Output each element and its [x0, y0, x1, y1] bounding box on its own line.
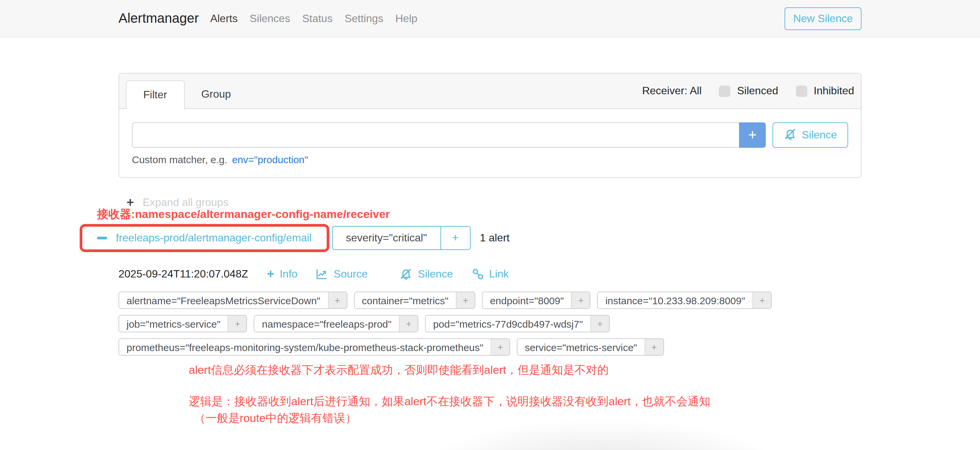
annotation-highlight-box: freeleaps-prod/alertmanager-config/email: [80, 224, 329, 252]
navbar: Alertmanager Alerts Silences Status Sett…: [0, 0, 980, 38]
alert-labels: alertname="FreeleapsMetricsServiceDown" …: [118, 292, 862, 356]
nav-item-settings[interactable]: Settings: [345, 13, 383, 24]
alertmanager-app: Alertmanager Alerts Silences Status Sett…: [0, 0, 980, 450]
receiver-group-row: freeleaps-prod/alertmanager-config/email…: [80, 224, 862, 252]
alert-label-button[interactable]: alertname="FreeleapsMetricsServiceDown": [119, 292, 328, 308]
alert-label-chip: pod="metrics-77d9cdb497-wdsj7" +: [425, 315, 609, 332]
group-filter-label: severity="critical": [332, 227, 441, 249]
alert-timestamp: 2025-09-24T11:20:07.048Z: [118, 268, 248, 280]
expand-all-plus-icon[interactable]: +: [127, 196, 134, 209]
annotation-note-3: （一般是route中的逻辑有错误）: [194, 411, 862, 426]
alert-label-button[interactable]: instance="10.233.98.209:8009": [598, 292, 753, 308]
tab-group[interactable]: Group: [185, 80, 248, 108]
link-icon: [472, 268, 484, 280]
alert-label-button[interactable]: container="metrics": [355, 292, 456, 308]
matcher-input[interactable]: [132, 122, 739, 148]
app-brand[interactable]: Alertmanager: [118, 11, 199, 26]
alert-permalink[interactable]: Link: [472, 268, 509, 280]
alert-link-label: Link: [489, 268, 509, 280]
receiver-filter-dropdown[interactable]: Receiver: All: [642, 85, 702, 97]
inhibited-label: Inhibited: [814, 85, 854, 97]
nav-item-help[interactable]: Help: [395, 13, 417, 24]
silence-filter-label: Silence: [802, 129, 837, 141]
label-filter-add-button[interactable]: +: [752, 292, 771, 308]
alert-label-button[interactable]: job="metrics-service": [119, 315, 228, 332]
annotation-note-2: 逻辑是：接收器收到alert后进行通知，如果alert不在接收器下，说明接收器没…: [189, 395, 862, 409]
label-filter-add-button[interactable]: +: [644, 339, 663, 355]
plus-icon: +: [267, 268, 274, 280]
nav-item-silences[interactable]: Silences: [250, 13, 290, 24]
navbar-inner: Alertmanager Alerts Silences Status Sett…: [108, 0, 872, 37]
add-matcher-button[interactable]: +: [739, 122, 766, 148]
label-filter-add-button[interactable]: +: [228, 315, 247, 332]
filter-card: Filter Group Receiver: All Silenced Inhi…: [118, 73, 862, 178]
label-filter-add-button[interactable]: +: [571, 292, 590, 308]
main-content: Filter Group Receiver: All Silenced Inhi…: [108, 73, 872, 426]
alert-label-chip: container="metrics" +: [354, 292, 475, 309]
label-filter-add-button[interactable]: +: [590, 315, 609, 332]
alert-info-toggle[interactable]: + Info: [267, 268, 298, 280]
silenced-checkbox[interactable]: [719, 85, 730, 97]
label-filter-add-button[interactable]: +: [399, 315, 418, 332]
alert-silence-label: Silence: [418, 268, 453, 280]
alert-label-chip: service="metrics-service" +: [517, 338, 664, 356]
receiver-group-button[interactable]: freeleaps-prod/alertmanager-config/email: [82, 227, 326, 249]
alert-label-chip: alertname="FreeleapsMetricsServiceDown" …: [118, 292, 347, 309]
matcher-input-group: + Silence: [132, 122, 848, 148]
new-silence-button[interactable]: New Silence: [784, 7, 862, 30]
custom-matcher-example-link[interactable]: env="production": [232, 154, 308, 165]
alert-label-chip: prometheus="freeleaps-monitoring-system/…: [118, 338, 510, 356]
alert-silence-link[interactable]: Silence: [399, 268, 453, 280]
group-filter-add-button[interactable]: +: [441, 227, 470, 249]
expand-all-groups-label[interactable]: Expand all groups: [143, 196, 228, 208]
label-filter-add-button[interactable]: +: [491, 339, 509, 355]
chart-icon: [316, 268, 328, 280]
alert-source-link[interactable]: Source: [316, 268, 368, 280]
alert-label-chip: namespace="freeleaps-prod" +: [254, 315, 418, 332]
silenced-label: Silenced: [737, 85, 778, 97]
silenced-filter-toggle[interactable]: Silenced: [719, 85, 778, 97]
annotation-receiver-note: 接收器:namespace/altermanager-config-name/r…: [97, 207, 390, 222]
bell-slash-icon: [399, 268, 412, 280]
nav-item-alerts[interactable]: Alerts: [210, 13, 238, 24]
tab-filter[interactable]: Filter: [126, 80, 185, 109]
alert-meta-row: 2025-09-24T11:20:07.048Z + Info Source: [118, 268, 862, 280]
custom-matcher-hint: Custom matcher, e.g.: [132, 154, 227, 165]
receiver-group-label: freeleaps-prod/alertmanager-config/email: [116, 232, 312, 244]
label-filter-add-button[interactable]: +: [456, 292, 475, 308]
bell-slash-icon: [784, 127, 797, 143]
alert-label-chip: endpoint="8009" +: [482, 292, 591, 309]
alert-count: 1 alert: [480, 232, 510, 244]
inhibited-filter-toggle[interactable]: Inhibited: [795, 85, 854, 97]
filter-options: Receiver: All Silenced Inhibited: [642, 85, 854, 97]
alert-source-label: Source: [334, 268, 368, 280]
custom-matcher-hint-row: Custom matcher, e.g. env="production": [132, 154, 848, 165]
inhibited-checkbox[interactable]: [795, 85, 807, 97]
alert-label-button[interactable]: pod="metrics-77d9cdb497-wdsj7": [426, 315, 590, 332]
filter-card-body: + Silence Custom matcher, e.g.: [119, 109, 861, 177]
alert-info-label: Info: [280, 268, 297, 280]
alert-label-chip: job="metrics-service" +: [118, 315, 247, 332]
alert-label-button[interactable]: namespace="freeleaps-prod": [255, 315, 399, 332]
silence-filter-button[interactable]: Silence: [773, 122, 848, 148]
minus-icon: [97, 237, 107, 239]
alert-label-button[interactable]: prometheus="freeleaps-monitoring-system/…: [119, 339, 491, 355]
main-nav: Alerts Silences Status Settings Help: [210, 13, 417, 24]
alert-label-button[interactable]: endpoint="8009": [483, 292, 571, 308]
group-filter-chip: severity="critical" +: [332, 226, 470, 250]
alert-label-chip: instance="10.233.98.209:8009" +: [597, 292, 772, 309]
annotation-note-1: alert信息必须在接收器下才表示配置成功，否则即使能看到alert，但是通知是…: [189, 363, 862, 378]
label-filter-add-button[interactable]: +: [328, 292, 347, 308]
filter-card-header: Filter Group Receiver: All Silenced Inhi…: [119, 74, 861, 109]
alert-label-button[interactable]: service="metrics-service": [517, 339, 644, 355]
nav-item-status[interactable]: Status: [302, 13, 333, 24]
